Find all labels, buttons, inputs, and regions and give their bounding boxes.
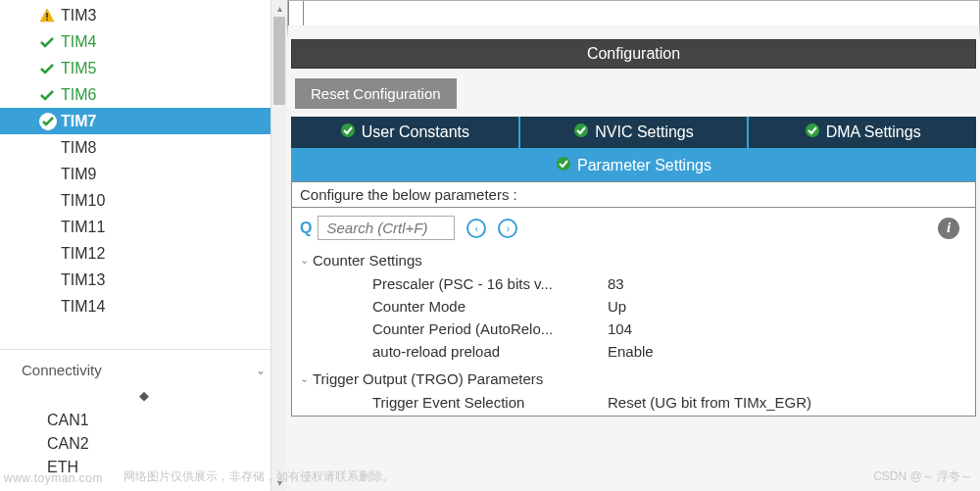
parameter-panel: Configure the below parameters : Q ‹ › i… <box>291 181 976 417</box>
search-icon[interactable]: Q <box>300 220 312 237</box>
param-value: Enable <box>608 343 967 360</box>
svg-rect-2 <box>46 19 48 21</box>
tree-item-label: TIM3 <box>61 7 96 25</box>
tree-item-tim3[interactable]: TIM3 <box>0 2 287 28</box>
tree-item-label: TIM13 <box>61 271 105 289</box>
check-icon <box>39 35 61 49</box>
param-value: 83 <box>608 275 967 292</box>
tab-parameter-settings[interactable]: Parameter Settings <box>291 148 976 181</box>
param-row[interactable]: auto-reload preloadEnable <box>300 340 967 363</box>
svg-rect-1 <box>46 13 48 18</box>
param-label: auto-reload preload <box>372 343 608 360</box>
tree-item-tim9[interactable]: TIM9 <box>0 161 287 187</box>
tree-item-label: TIM14 <box>61 298 105 316</box>
config-tabs: User Constants NVIC Settings DMA Setting… <box>291 117 976 181</box>
tree-item-tim7[interactable]: TIM7 <box>0 108 287 134</box>
group-counter-settings: ⌄ Counter Settings Prescaler (PSC - 16 b… <box>292 246 975 365</box>
vertical-splitter[interactable] <box>288 1 304 25</box>
tree-item-tim5[interactable]: TIM5 <box>0 55 287 81</box>
config-header: Configuration <box>291 39 976 69</box>
group-title: Counter Settings <box>313 252 422 269</box>
tree-item-can2[interactable]: CAN2 <box>0 432 287 456</box>
watermark-left: www.toyman.com <box>4 471 103 485</box>
sidebar: TIM3 TIM4 TIM5 TIM6 TIM7 TIM8 TIM9 TIM10… <box>0 0 287 491</box>
scroll-track[interactable] <box>271 17 287 474</box>
info-icon[interactable]: i <box>938 218 959 239</box>
tab-label: User Constants <box>362 123 469 141</box>
category-label: Connectivity <box>22 362 102 378</box>
tree-item-label: TIM12 <box>61 245 105 263</box>
sort-icon[interactable]: ◆ <box>0 386 287 409</box>
panel-toolbar: Q ‹ › i <box>292 208 975 246</box>
param-label: Trigger Event Selection <box>372 394 608 411</box>
svg-point-5 <box>806 123 819 137</box>
tab-label: Parameter Settings <box>577 157 711 174</box>
tree-item-label: TIM8 <box>61 139 96 157</box>
check-circle-icon <box>556 156 571 175</box>
scroll-thumb[interactable] <box>273 17 285 105</box>
tree-item-label: TIM11 <box>61 219 105 236</box>
tab-user-constants[interactable]: User Constants <box>291 117 520 148</box>
group-trigger-output: ⌄ Trigger Output (TRGO) Parameters Trigg… <box>292 365 975 416</box>
param-value: Reset (UG bit from TIMx_EGR) <box>608 394 967 411</box>
tree-item-label: CAN1 <box>47 412 89 429</box>
selected-check-icon <box>39 113 61 130</box>
check-circle-icon <box>573 123 589 142</box>
tree-item-label: TIM7 <box>61 113 96 130</box>
tree-item-tim12[interactable]: TIM12 <box>0 240 287 267</box>
tree-item-label: TIM10 <box>61 192 105 210</box>
chevron-down-icon: ⌄ <box>256 364 266 377</box>
sidebar-scrollbar[interactable]: ▴ ▾ <box>270 0 287 491</box>
svg-point-3 <box>341 123 355 137</box>
tree-item-label: TIM5 <box>61 60 96 77</box>
group-header[interactable]: ⌄ Counter Settings <box>300 248 967 272</box>
tree-item-tim6[interactable]: TIM6 <box>0 81 287 108</box>
peripheral-tree: TIM3 TIM4 TIM5 TIM6 TIM7 TIM8 TIM9 TIM10… <box>0 0 287 319</box>
param-label: Counter Period (AutoRelo... <box>372 320 608 337</box>
check-icon <box>39 88 61 102</box>
tab-label: DMA Settings <box>826 123 921 141</box>
config-header-label: Configuration <box>587 45 680 62</box>
tree-item-label: TIM4 <box>61 33 96 51</box>
category-connectivity[interactable]: Connectivity ⌄ <box>0 349 287 386</box>
scroll-up-icon[interactable]: ▴ <box>271 0 287 17</box>
group-header[interactable]: ⌄ Trigger Output (TRGO) Parameters <box>300 367 967 391</box>
watermark-center: 网络图片仅供展示，非存储，如有侵权请联系删除。 <box>123 468 394 485</box>
svg-point-4 <box>574 123 588 137</box>
param-row[interactable]: Counter Period (AutoRelo...104 <box>300 318 967 340</box>
warning-icon <box>39 8 61 24</box>
tab-label: NVIC Settings <box>595 123 693 141</box>
param-label: Counter Mode <box>372 298 608 315</box>
chevron-down-icon: ⌄ <box>300 254 309 267</box>
tree-item-tim11[interactable]: TIM11 <box>0 214 287 240</box>
tab-nvic-settings[interactable]: NVIC Settings <box>520 117 750 148</box>
main-panel: Configuration Reset Configuration User C… <box>287 0 980 491</box>
check-circle-icon <box>340 123 356 142</box>
tree-item-tim4[interactable]: TIM4 <box>0 28 287 55</box>
tree-item-tim13[interactable]: TIM13 <box>0 267 287 293</box>
tree-item-tim10[interactable]: TIM10 <box>0 187 287 214</box>
tree-item-tim14[interactable]: TIM14 <box>0 293 287 319</box>
watermark-right: CSDN @～ 浮夸～ <box>873 468 972 485</box>
group-title: Trigger Output (TRGO) Parameters <box>313 370 543 387</box>
param-row[interactable]: Prescaler (PSC - 16 bits v...83 <box>300 272 967 295</box>
tree-item-can1[interactable]: CAN1 <box>0 409 287 432</box>
param-label: Prescaler (PSC - 16 bits v... <box>372 275 608 292</box>
chevron-down-icon: ⌄ <box>300 372 309 385</box>
param-value: Up <box>608 298 967 315</box>
reset-configuration-button[interactable]: Reset Configuration <box>295 78 457 109</box>
search-input[interactable] <box>318 216 455 240</box>
panel-title: Configure the below parameters : <box>292 182 975 208</box>
next-match-button[interactable]: › <box>498 219 517 238</box>
top-divider <box>287 0 980 39</box>
tree-item-tim8[interactable]: TIM8 <box>0 134 287 161</box>
param-row[interactable]: Trigger Event SelectionReset (UG bit fro… <box>300 391 967 414</box>
tree-item-label: TIM6 <box>61 86 96 104</box>
check-icon <box>39 62 61 75</box>
prev-match-button[interactable]: ‹ <box>466 219 486 238</box>
svg-point-6 <box>557 157 570 171</box>
tree-item-label: CAN2 <box>47 435 89 453</box>
param-row[interactable]: Counter ModeUp <box>300 295 967 318</box>
tab-dma-settings[interactable]: DMA Settings <box>749 117 976 148</box>
tree-item-label: TIM9 <box>61 166 96 183</box>
